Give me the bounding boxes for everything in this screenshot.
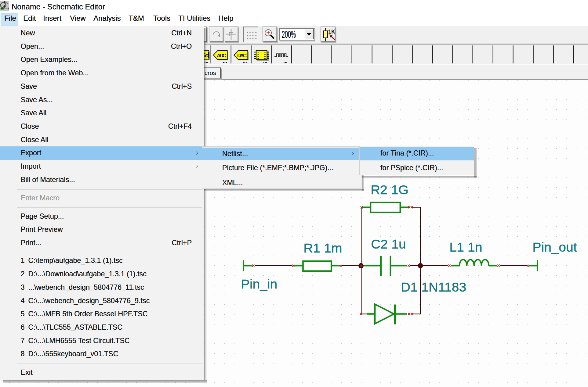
svg-text:1K: 1K (328, 29, 335, 35)
svg-text:D1 1N1183: D1 1N1183 (401, 280, 466, 294)
svg-text:C2 1u: C2 1u (371, 237, 406, 251)
svg-text:ADC: ADC (217, 53, 226, 59)
svg-text:L1 1n: L1 1n (449, 240, 482, 254)
svg-text:DAC: DAC (237, 53, 247, 59)
svg-text:R2 1G: R2 1G (371, 182, 408, 197)
svg-text:Pin_in: Pin_in (241, 277, 278, 291)
svg-text:R1 1m: R1 1m (303, 241, 342, 255)
svg-text:Pin_out: Pin_out (532, 240, 577, 254)
